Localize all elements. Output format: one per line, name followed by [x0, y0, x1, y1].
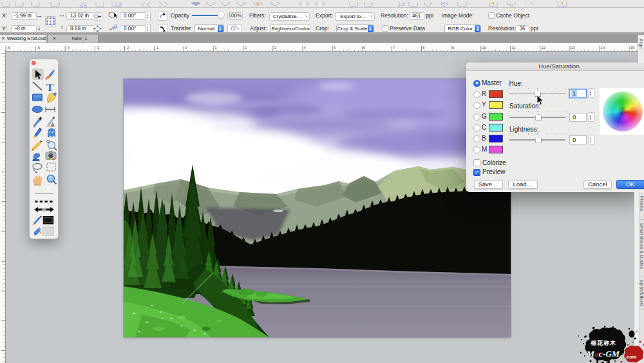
- svg-text:0: 0: [185, 46, 187, 50]
- svg-text:-6: -6: [7, 46, 11, 50]
- svg-text:6: 6: [363, 46, 366, 50]
- svg-text:3: 3: [274, 46, 277, 50]
- svg-text:棉花称木: 棉花称木: [590, 340, 616, 346]
- svg-text:Mac-GM: Mac-GM: [586, 349, 620, 358]
- svg-text:11: 11: [511, 46, 516, 50]
- svg-text:10: 10: [482, 46, 486, 50]
- svg-text:-3: -3: [96, 46, 100, 50]
- svg-text:15: 15: [630, 46, 635, 50]
- svg-text:13: 13: [571, 46, 576, 50]
- svg-text:-1: -1: [155, 46, 159, 50]
- svg-text:7: 7: [393, 46, 395, 50]
- svg-text:4: 4: [304, 46, 307, 50]
- svg-text:14: 14: [601, 46, 605, 50]
- svg-text:T: T: [46, 81, 54, 93]
- svg-text:2: 2: [244, 46, 247, 50]
- svg-text:.com: .com: [625, 354, 637, 360]
- svg-text:-5: -5: [37, 46, 41, 50]
- svg-text:5: 5: [334, 46, 336, 50]
- svg-text:12: 12: [541, 46, 545, 50]
- svg-text:9: 9: [452, 46, 455, 50]
- svg-text:1: 1: [214, 46, 217, 50]
- svg-text:A: A: [51, 122, 55, 128]
- svg-text:-2: -2: [126, 46, 129, 50]
- svg-text:8: 8: [422, 46, 425, 50]
- svg-text:-4: -4: [66, 46, 70, 50]
